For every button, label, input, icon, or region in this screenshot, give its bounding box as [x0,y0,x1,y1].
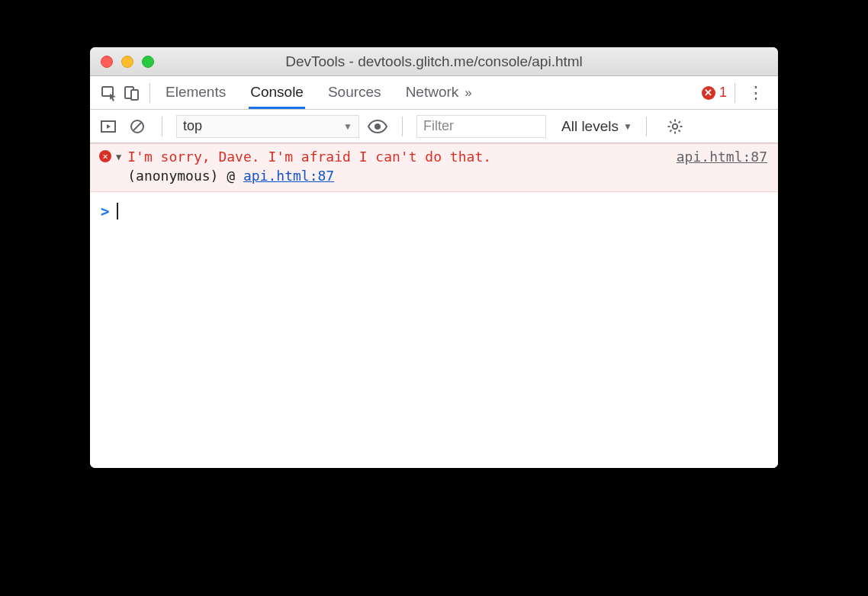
more-options-button[interactable]: ⋮ [741,83,770,103]
error-icon: ✕ [99,150,111,162]
svg-line-14 [670,130,671,131]
svg-line-12 [670,121,671,123]
svg-line-13 [678,130,680,131]
tab-console[interactable]: Console [249,76,305,109]
separator [162,117,162,136]
svg-line-15 [678,121,680,123]
tab-strip: Elements Console Sources Network [164,76,460,109]
window-title: DevTools - devtools.glitch.me/console/ap… [90,53,778,70]
text-cursor [117,203,118,219]
devtools-tabbar: Elements Console Sources Network » ✕ 1 ⋮ [90,76,778,110]
svg-rect-2 [131,90,138,100]
clear-console-icon[interactable] [127,119,148,134]
context-value: top [183,118,202,134]
separator [402,117,403,136]
error-message: I'm sorry, Dave. I'm afraid I can't do t… [127,149,491,165]
console-toolbar: top ▼ All levels ▼ [90,110,778,143]
source-link[interactable]: api.html:87 [663,149,767,165]
console-output: ✕ ▼ I'm sorry, Dave. I'm afraid I can't … [90,143,778,468]
disclosure-triangle-icon[interactable]: ▼ [116,150,121,162]
window-titlebar: DevTools - devtools.glitch.me/console/ap… [90,47,778,76]
devtools-window: DevTools - devtools.glitch.me/console/ap… [90,47,778,468]
dropdown-icon: ▼ [623,121,632,132]
eye-icon[interactable] [367,120,388,133]
context-selector[interactable]: top ▼ [176,115,359,138]
separator [149,83,150,103]
console-settings-icon[interactable] [661,118,690,135]
device-toolbar-icon[interactable] [121,76,143,109]
console-prompt[interactable]: > [90,192,778,230]
separator [735,83,735,103]
filter-input[interactable] [416,115,546,138]
tab-network[interactable]: Network [404,76,461,109]
log-level-label: All levels [561,118,619,135]
svg-point-6 [375,123,381,130]
more-tabs-button[interactable]: » [460,85,476,101]
svg-point-7 [673,123,677,128]
window-zoom-button[interactable] [142,56,154,68]
inspect-element-icon[interactable] [98,76,121,109]
stack-frame-link[interactable]: api.html:87 [243,168,334,184]
error-count: 1 [719,85,727,101]
window-close-button[interactable] [101,56,113,68]
dropdown-icon: ▼ [343,121,352,132]
stack-frame-label: (anonymous) @ [127,168,243,184]
svg-line-5 [133,123,141,130]
window-minimize-button[interactable] [121,56,133,68]
error-icon: ✕ [702,86,715,100]
window-traffic-lights [90,56,154,68]
tab-elements[interactable]: Elements [164,76,227,109]
toggle-sidebar-icon[interactable] [98,119,119,134]
separator [646,117,647,136]
tab-sources[interactable]: Sources [326,76,383,109]
stack-trace: (anonymous) @ api.html:87 [127,168,767,184]
log-level-selector[interactable]: All levels ▼ [561,118,632,135]
error-count-badge[interactable]: ✕ 1 [702,85,727,101]
console-error-row[interactable]: ✕ ▼ I'm sorry, Dave. I'm afraid I can't … [90,143,778,192]
prompt-caret-icon: > [101,203,109,219]
